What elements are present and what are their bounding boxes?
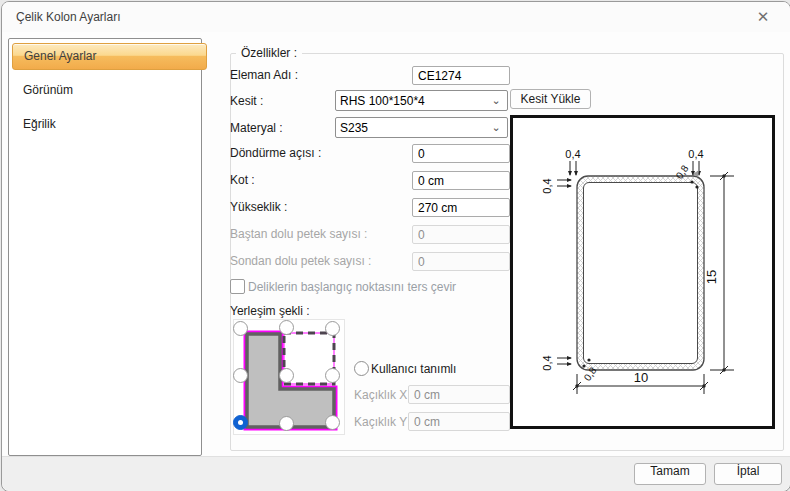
kaciklik-y-input [408,412,510,431]
placement-anchor-bottom-center[interactable] [279,416,294,431]
kot-label: Kot : [230,172,255,188]
dim-dot [702,384,705,387]
kullanici-tanimli-radio[interactable] [354,361,369,376]
dim-label: 0,4 [541,355,553,370]
ters-cevir-checkbox[interactable] [230,279,245,294]
dondurme-acisi-input[interactable] [412,144,510,163]
kaciklik-x-label: Kaçıklık X : [354,387,414,403]
dialog-footer: Tamam İptal [2,456,790,491]
dim-height-label: 15 [704,270,719,284]
chevron-down-icon: ⌄ [489,121,503,134]
section-preview-panel: 15 10 0,4 0,4 [510,115,775,429]
wall-thickness-top-left: 0,4 [565,148,580,176]
yukseklik-label: Yükseklik : [230,199,287,215]
placement-anchor-top-left[interactable] [233,321,248,336]
kesit-yukle-button[interactable]: Kesit Yükle [510,89,591,109]
title-bar: Çelik Kolon Ayarları ✕ [2,2,790,32]
wall-thickness-top-right: 0,4 [688,148,703,176]
placement-widget [233,319,345,435]
cancel-button[interactable]: İptal [714,463,782,485]
dim-label: 0,4 [565,148,580,160]
steel-column-settings-dialog: Çelik Kolon Ayarları ✕ Genel Ayarlar Gör… [1,1,790,491]
dim-width-label: 10 [634,370,648,385]
dondurme-acisi-label: Döndürme açısı : [230,145,321,161]
dim-dot [722,368,725,371]
chevron-down-icon: ⌄ [489,94,503,107]
close-icon[interactable]: ✕ [744,4,782,30]
bastan-petek-label: Baştan dolu petek sayısı : [230,226,367,242]
yerlesim-sekli-label: Yerleşim şekli : [230,303,310,319]
sidebar-item-gorunum[interactable]: Görünüm [23,82,73,98]
kesit-selected-value: RHS 100*150*4 [340,94,489,108]
kot-input[interactable] [412,171,510,190]
placement-anchor-top-right[interactable] [325,321,340,336]
ters-cevir-label: Deliklerin başlangıç noktasını ters çevi… [248,279,456,295]
rhs-section-drawing: 15 10 0,4 0,4 [513,118,772,426]
sidebar-item-egrilik[interactable]: Eğrilik [23,116,56,132]
dim-label: 0,4 [688,148,703,160]
sidebar-item-genel-ayarlar[interactable]: Genel Ayarlar [12,43,207,70]
placement-anchor-top-center[interactable] [279,320,294,335]
kaciklik-y-label: Kaçıklık Y : [354,414,414,430]
sondan-petek-input [412,252,510,271]
placement-anchor-bottom-left-selected[interactable] [233,415,248,430]
materyal-label: Materyal : [230,120,283,136]
placement-anchor-middle-right[interactable] [325,368,340,383]
eleman-adi-input[interactable] [412,66,510,85]
kaciklik-x-input [408,385,510,404]
kullanici-tanimli-label: Kullanıcı tanımlı [371,361,456,377]
bastan-petek-input [412,225,510,244]
materyal-selected-value: S235 [340,121,489,135]
dialog-title: Çelik Kolon Ayarları [16,10,121,24]
dim-dot [722,174,725,177]
wall-thickness-left-top: 0,4 [541,178,572,194]
rhs-inner-wall [584,183,698,364]
settings-nav-list: Genel Ayarlar Görünüm Eğrilik [8,38,202,456]
materyal-combobox[interactable]: S235 ⌄ [335,117,508,138]
wall-thickness-left-bottom: 0,4 [541,355,572,370]
kesit-label: Kesit : [230,93,263,109]
placement-anchor-middle-left[interactable] [233,368,248,383]
placement-anchor-center[interactable] [279,368,294,383]
dim-dot [575,384,578,387]
dim-label: 0,4 [541,178,553,193]
eleman-adi-label: Eleman Adı : [230,67,298,83]
yukseklik-input[interactable] [412,198,510,217]
placement-anchor-bottom-right[interactable] [325,415,340,430]
ok-button[interactable]: Tamam [634,463,706,485]
groupbox-title: Özellikler : [236,46,302,60]
sondan-petek-label: Sondan dolu petek sayısı : [230,253,371,269]
kesit-combobox[interactable]: RHS 100*150*4 ⌄ [335,90,508,111]
